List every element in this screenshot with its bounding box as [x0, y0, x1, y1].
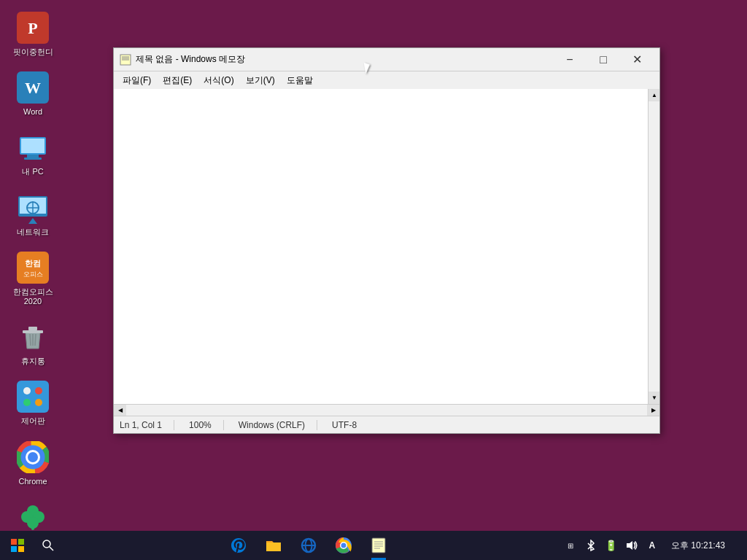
icon-label-word: Word	[23, 107, 42, 117]
tray-battery[interactable]: 🔋	[603, 537, 620, 554]
svg-rect-5	[27, 155, 39, 158]
notepad-title: 제목 없음 - Windows 메모장	[136, 53, 553, 66]
notepad-statusbar: Ln 1, Col 1 100% Windows (CRLF) UTF-8	[114, 416, 659, 433]
taskbar-app-explorer[interactable]	[258, 531, 290, 560]
taskbar: ⊞ 🔋 A 오후 10:21:43	[0, 531, 747, 560]
explorer-icon	[265, 537, 282, 554]
desktop-icon-chrome[interactable]: Chrome	[4, 437, 62, 489]
minimize-button[interactable]: −	[553, 48, 587, 71]
clock-time: 오후 10:21:43	[671, 540, 725, 552]
titlebar-controls: − □ ✕	[553, 48, 654, 71]
notepad-window: 제목 없음 - Windows 메모장 − □ ✕ 파일(F) 편집(E) 서식…	[113, 47, 660, 434]
svg-rect-17	[23, 330, 43, 333]
svg-rect-57	[372, 538, 385, 553]
taskbar-app-edge[interactable]	[222, 531, 255, 560]
desktop: P 핏이중헌디 W Word	[0, 0, 747, 531]
scroll-right-arrow[interactable]: ▶	[647, 405, 659, 416]
desktop-icon-mypc[interactable]: 내 PC	[4, 127, 62, 179]
ie-taskbar-icon	[300, 537, 317, 554]
svg-point-49	[43, 540, 50, 548]
notepad-menubar: 파일(F) 편집(E) 서식(O) 보기(V) 도움말	[114, 71, 659, 89]
svg-point-25	[23, 399, 31, 406]
icon-label-control: 제어판	[21, 416, 45, 426]
status-lineending: Windows (CRLF)	[239, 420, 317, 430]
svg-rect-22	[17, 381, 49, 413]
tray-apps-button[interactable]: ⊞	[562, 537, 579, 554]
close-button[interactable]: ✕	[620, 48, 654, 71]
edge-icon	[230, 537, 247, 554]
menu-view[interactable]: 보기(V)	[240, 73, 281, 88]
scroll-left-arrow[interactable]: ◀	[114, 405, 126, 416]
taskbar-app-notepad[interactable]	[363, 531, 395, 560]
desktop-icon-word[interactable]: W Word	[4, 67, 62, 120]
scrollbar-horizontal[interactable]: ◀ ▶	[114, 404, 659, 416]
notepad-titlebar: 제목 없음 - Windows 메모장 − □ ✕	[114, 48, 659, 71]
status-encoding: UTF-8	[332, 420, 368, 430]
tray-bluetooth[interactable]	[582, 537, 600, 554]
svg-text:오피스: 오피스	[23, 271, 43, 278]
svg-line-50	[50, 547, 53, 551]
volume-icon	[626, 540, 638, 551]
icon-label-chrome: Chrome	[18, 477, 47, 486]
svg-rect-37	[31, 523, 34, 530]
taskbar-app-ie[interactable]	[293, 531, 325, 560]
scrollbar-vertical[interactable]: ▲ ▼	[648, 89, 659, 404]
svg-rect-7	[21, 139, 44, 153]
desktop-icon-hancom[interactable]: 한컴 오피스 한컴오피스2020	[4, 247, 62, 309]
svg-line-21	[35, 334, 36, 346]
tray-keyboard[interactable]: A	[643, 537, 661, 554]
svg-text:W: W	[25, 79, 41, 97]
chrome-taskbar-icon	[335, 537, 352, 554]
notepad-content[interactable]	[114, 89, 659, 404]
show-desktop-button[interactable]	[735, 531, 741, 560]
svg-point-56	[341, 543, 346, 548]
scroll-up-arrow[interactable]: ▲	[649, 89, 659, 101]
svg-text:P: P	[28, 19, 37, 37]
svg-rect-6	[24, 158, 42, 160]
desktop-icon-recycle[interactable]: 휴지통	[4, 316, 62, 369]
system-tray: ⊞ 🔋 A 오후 10:21:43	[556, 531, 747, 560]
taskbar-app-chrome[interactable]	[328, 531, 360, 560]
notepad-editor[interactable]	[114, 89, 659, 404]
icon-label-hancom: 한컴오피스2020	[13, 287, 53, 306]
menu-format[interactable]: 서식(O)	[198, 73, 239, 88]
icon-label-recycle: 휴지통	[21, 357, 45, 366]
menu-edit[interactable]: 편집(E)	[157, 73, 198, 88]
icon-label-network: 네트워크	[17, 228, 49, 237]
svg-marker-62	[627, 541, 632, 550]
svg-point-26	[35, 399, 42, 406]
start-button[interactable]	[0, 531, 35, 560]
notepad-icon	[120, 54, 131, 66]
taskbar-search-button[interactable]	[35, 531, 61, 560]
menu-file[interactable]: 파일(F)	[117, 73, 157, 88]
svg-line-19	[30, 334, 31, 346]
svg-point-24	[35, 387, 42, 394]
search-icon	[42, 540, 54, 551]
svg-rect-14	[17, 252, 49, 284]
svg-rect-18	[28, 327, 37, 330]
icon-label-mypc: 내 PC	[22, 167, 43, 176]
scroll-down-arrow[interactable]: ▼	[649, 392, 659, 404]
desktop-icon-powerpoint[interactable]: P 핏이중헌디	[4, 7, 62, 60]
maximize-button[interactable]: □	[587, 48, 620, 71]
notepad-taskbar-icon	[370, 537, 387, 554]
svg-text:한컴: 한컴	[25, 259, 41, 268]
svg-point-32	[28, 452, 38, 462]
windows-logo	[11, 539, 24, 552]
status-position: Ln 1, Col 1	[120, 420, 174, 430]
icon-label-ppt: 핏이중헌디	[13, 47, 53, 57]
tray-volume[interactable]	[623, 537, 640, 554]
svg-point-23	[23, 387, 31, 394]
bluetooth-icon	[587, 540, 595, 551]
taskbar-clock[interactable]: 오후 10:21:43	[664, 540, 732, 552]
taskbar-apps	[61, 531, 556, 560]
status-zoom: 100%	[189, 420, 224, 430]
desktop-icon-network[interactable]: 네트워크	[4, 187, 62, 240]
svg-marker-10	[28, 218, 37, 224]
menu-help[interactable]: 도움말	[281, 73, 319, 88]
desktop-icons: P 핏이중헌디 W Word	[0, 0, 66, 560]
desktop-icon-control[interactable]: 제어판	[4, 376, 62, 429]
